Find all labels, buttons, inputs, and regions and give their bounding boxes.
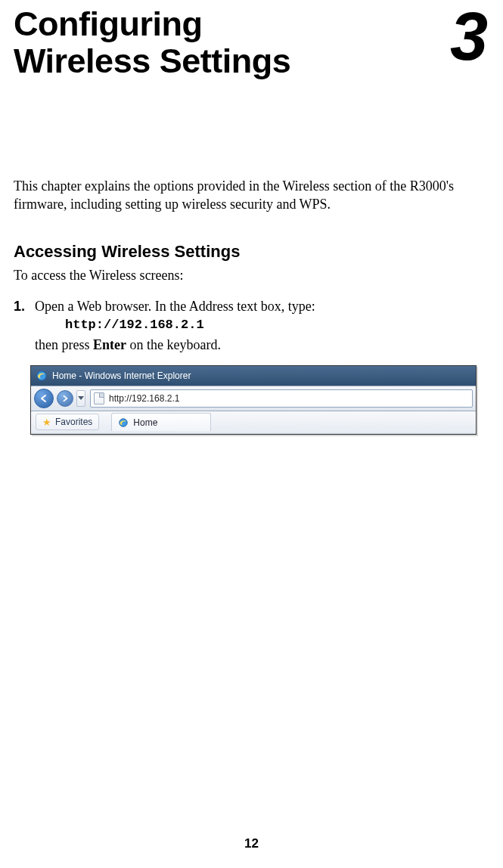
chapter-title-line2: Wireless Settings [14, 42, 290, 80]
browser-window-title: Home - Windows Internet Explorer [52, 370, 191, 381]
step-line2b: on the keyboard. [126, 337, 221, 352]
address-bar[interactable]: http://192.168.2.1 [90, 389, 473, 408]
favorites-button[interactable]: ★ Favorites [36, 414, 99, 430]
section-heading: Accessing Wireless Settings [14, 242, 489, 262]
browser-titlebar: Home - Windows Internet Explorer [31, 366, 476, 386]
step-url: http://192.168.2.1 [35, 317, 489, 334]
chapter-title-line1: Configuring [14, 5, 202, 43]
step-line1: Open a Web browser. In the Address text … [35, 299, 315, 314]
step-number: 1. [14, 297, 35, 355]
section-lead: To access the Wireless screens: [14, 268, 489, 284]
browser-tab[interactable]: Home [111, 413, 211, 431]
back-button[interactable] [34, 389, 54, 408]
address-text: http://192.168.2.1 [109, 393, 179, 404]
step-1: 1. Open a Web browser. In the Address te… [14, 297, 489, 355]
ie-icon [118, 417, 129, 428]
nav-history-dropdown[interactable] [76, 390, 85, 407]
tab-label: Home [133, 417, 157, 428]
ie-icon [36, 370, 48, 382]
step-bold: Enter [93, 337, 126, 352]
forward-button[interactable] [57, 390, 73, 407]
step-body: Open a Web browser. In the Address text … [35, 297, 489, 355]
page-number: 12 [0, 836, 503, 851]
browser-screenshot: Home - Windows Internet Explorer http://… [30, 365, 477, 435]
step-line2a: then press [35, 337, 93, 352]
page-icon [94, 392, 104, 405]
star-icon: ★ [42, 417, 51, 427]
chapter-number: 3 [450, 6, 489, 67]
favorites-bar: ★ Favorites Home [31, 411, 476, 434]
favorites-label: Favorites [55, 417, 92, 427]
intro-paragraph: This chapter explains the options provid… [14, 178, 489, 213]
chapter-title: Configuring Wireless Settings [14, 6, 290, 79]
browser-navbar: http://192.168.2.1 [31, 386, 476, 411]
